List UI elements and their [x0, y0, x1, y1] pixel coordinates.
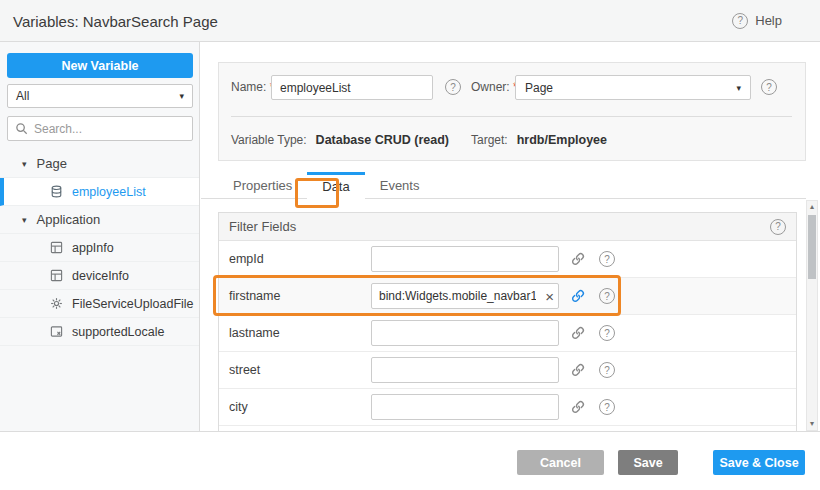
field-label: lastname	[229, 326, 371, 340]
field-label: city	[229, 400, 371, 414]
gear-icon	[50, 297, 63, 310]
variable-filter-dropdown[interactable]: All ▾	[7, 84, 193, 108]
collapse-triangle-icon: ▾	[22, 159, 27, 169]
chevron-down-icon: ▾	[736, 83, 741, 93]
owner-value: Page	[525, 81, 553, 95]
bind-link-icon[interactable]	[571, 400, 585, 414]
tree-group-application[interactable]: ▾ Application	[0, 206, 199, 234]
tree-item-fileserviceuploadfile[interactable]: FileServiceUploadFile	[0, 290, 199, 318]
field-label: empId	[229, 252, 371, 266]
database-icon	[50, 185, 63, 198]
variable-search[interactable]	[7, 116, 193, 141]
tab-properties[interactable]: Properties	[218, 174, 307, 198]
page-title: Variables: NavbarSearch Page	[13, 12, 218, 29]
empid-field[interactable]	[371, 246, 559, 272]
clear-binding-icon[interactable]: ×	[543, 289, 556, 304]
search-input[interactable]	[34, 122, 185, 136]
variables-dialog: Variables: NavbarSearch Page ? Help New …	[0, 0, 820, 490]
bind-link-icon-active[interactable]	[571, 289, 585, 303]
street-field[interactable]	[371, 357, 559, 383]
tree-group-label: Page	[37, 156, 67, 171]
city-field[interactable]	[371, 394, 559, 420]
dialog-footer: Cancel Save Save & Close	[0, 431, 820, 490]
detail-tabbar: Properties Data Events	[201, 175, 806, 199]
save-and-close-button[interactable]: Save & Close	[713, 450, 805, 475]
variable-filter-value: All	[16, 89, 29, 103]
cancel-button[interactable]: Cancel	[517, 450, 604, 475]
field-help-icon[interactable]: ?	[599, 399, 615, 415]
tree-item-label: deviceInfo	[72, 269, 129, 283]
filter-row-empid: empId ?	[219, 241, 796, 278]
filter-row-street: street ?	[219, 352, 796, 389]
grid-icon	[50, 241, 63, 254]
field-help-icon[interactable]: ?	[599, 288, 615, 304]
save-button[interactable]: Save	[618, 450, 678, 475]
tree-item-employeelist[interactable]: employeeList	[0, 178, 199, 206]
help-icon: ?	[732, 13, 748, 29]
help-label: Help	[755, 13, 782, 28]
owner-label: Owner: *	[471, 80, 518, 94]
filter-row-city: city ?	[219, 389, 796, 426]
tree-item-supportedlocale[interactable]: supportedLocale	[0, 318, 199, 346]
chevron-down-icon: ▾	[179, 91, 184, 101]
panel-divider	[231, 116, 792, 117]
field-help-icon[interactable]: ?	[599, 325, 615, 341]
tree-item-label: appInfo	[72, 241, 114, 255]
locale-icon	[50, 325, 63, 338]
owner-help-icon[interactable]: ?	[761, 79, 777, 95]
tree-item-label: employeeList	[72, 185, 146, 199]
bind-link-icon[interactable]	[571, 363, 585, 377]
tree-item-appinfo[interactable]: appInfo	[0, 234, 199, 262]
help-button[interactable]: ? Help	[732, 13, 782, 29]
scroll-up-icon[interactable]: ▴	[807, 201, 817, 213]
name-help-icon[interactable]: ?	[445, 79, 461, 95]
tree-item-label: supportedLocale	[72, 325, 164, 339]
field-help-icon[interactable]: ?	[599, 251, 615, 267]
search-icon	[15, 122, 28, 135]
variable-type-value: Database CRUD (read)	[316, 133, 449, 147]
scroll-down-icon[interactable]: ▾	[807, 418, 817, 430]
owner-dropdown[interactable]: Page ▾	[515, 75, 751, 100]
bind-link-icon[interactable]	[571, 326, 585, 340]
tree-group-page[interactable]: ▾ Page	[0, 150, 199, 178]
firstname-field[interactable]	[371, 283, 559, 309]
tree-item-label: FileServiceUploadFile	[72, 297, 194, 311]
name-field[interactable]	[271, 75, 433, 100]
variable-tree: ▾ Page employeeList ▾ Application appInf…	[0, 150, 199, 346]
variable-detail-panel: Name: * ? Owner: * Page ▾ ? Variable Typ…	[201, 42, 820, 431]
filter-row-firstname: firstname × ?	[219, 278, 796, 315]
grid-icon	[50, 269, 63, 282]
new-variable-button[interactable]: New Variable	[7, 53, 193, 78]
bind-link-icon[interactable]	[571, 252, 585, 266]
content-scrollbar[interactable]: ▴ ▾	[806, 200, 818, 431]
tree-item-deviceinfo[interactable]: deviceInfo	[0, 262, 199, 290]
filter-row-lastname: lastname ?	[219, 315, 796, 352]
target-value: hrdb/Employee	[517, 133, 607, 147]
name-label: Name: *	[231, 80, 274, 94]
filter-fields-header: Filter Fields ?	[219, 213, 796, 241]
filter-fields-title: Filter Fields	[229, 219, 296, 234]
tab-data[interactable]: Data	[307, 172, 364, 199]
lastname-field[interactable]	[371, 320, 559, 346]
filter-fields-help-icon[interactable]: ?	[770, 219, 786, 235]
variable-summary-panel: Name: * ? Owner: * Page ▾ ? Variable Typ…	[218, 62, 806, 161]
field-label: firstname	[229, 289, 371, 303]
target-label: Target:	[471, 133, 508, 147]
variable-type-label: Variable Type:	[231, 133, 307, 147]
field-label: street	[229, 363, 371, 377]
field-help-icon[interactable]: ?	[599, 362, 615, 378]
dialog-header: Variables: NavbarSearch Page ? Help	[0, 0, 820, 42]
filter-fields-section: Filter Fields ? empId ? firstname × ? la…	[218, 212, 797, 431]
collapse-triangle-icon: ▾	[22, 215, 27, 225]
tree-group-label: Application	[37, 212, 101, 227]
content-scrollbar-thumb[interactable]	[808, 215, 816, 279]
tab-events[interactable]: Events	[365, 174, 435, 198]
variables-sidebar: New Variable All ▾ ▾ Page employeeList ▾…	[0, 42, 200, 431]
